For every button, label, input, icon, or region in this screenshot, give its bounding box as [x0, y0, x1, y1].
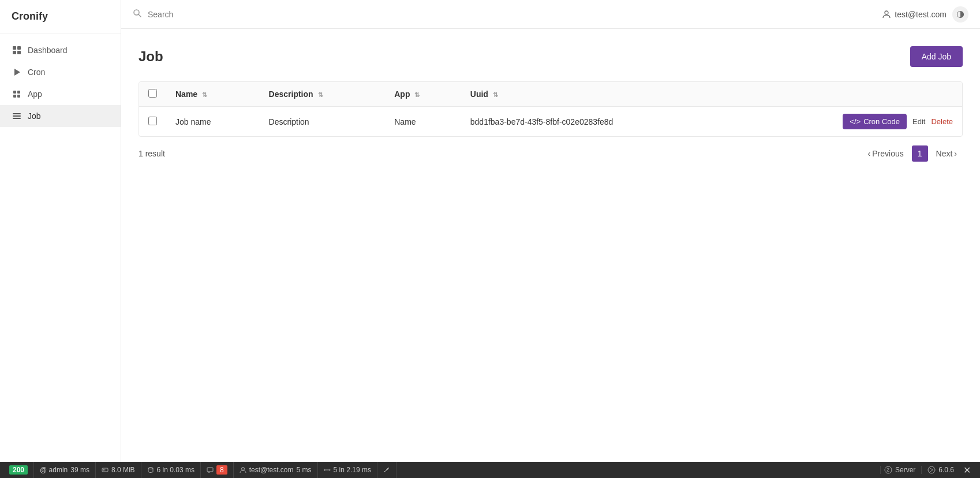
add-job-button[interactable]: Add Job — [910, 46, 963, 67]
sidebar-item-label: App — [28, 89, 42, 99]
delete-link[interactable]: Delete — [931, 117, 953, 126]
svg-rect-20 — [207, 468, 213, 472]
table-header-row: Name ⇅ Description ⇅ App ⇅ — [139, 82, 962, 107]
svg-rect-6 — [17, 91, 20, 94]
table-row: Job name Description Name bdd1fba3-be7d-… — [139, 107, 962, 137]
search-input[interactable] — [148, 10, 292, 19]
search-icon — [133, 9, 142, 20]
sort-app-icon[interactable]: ⇅ — [414, 91, 420, 99]
svg-rect-17 — [104, 469, 105, 470]
previous-button[interactable]: ‹ Previous — [862, 145, 910, 162]
sidebar-item-cron[interactable]: Cron — [0, 61, 121, 83]
version-segment[interactable]: 6.0.6 — [921, 466, 960, 474]
db-queries-segment[interactable]: 6 in 0.03 ms — [141, 462, 201, 478]
svg-rect-18 — [106, 469, 106, 470]
sidebar-nav: Dashboard Cron — [0, 33, 121, 133]
chevron-right-icon: › — [954, 149, 957, 158]
sidebar-item-app[interactable]: App — [0, 83, 121, 105]
svg-rect-11 — [13, 118, 21, 119]
messages-icon — [207, 466, 214, 473]
job-table: Name ⇅ Description ⇅ App ⇅ — [139, 82, 962, 136]
http-status-segment: 200 — [6, 462, 34, 478]
main-content: Job Add Job Name ⇅ — [121, 29, 980, 462]
svg-rect-7 — [13, 95, 16, 98]
header-checkbox-col — [139, 82, 166, 107]
user-segment[interactable]: test@test.com 5 ms — [234, 462, 318, 478]
col-actions — [740, 82, 962, 107]
server-queries-text: 5 in 2.19 ms — [334, 466, 371, 474]
user-email-text: test@test.com — [895, 10, 947, 19]
svg-point-14 — [885, 11, 888, 14]
svg-point-21 — [241, 468, 244, 470]
col-description: Description ⇅ — [260, 82, 386, 107]
next-button[interactable]: Next › — [930, 145, 963, 162]
svg-rect-0 — [13, 46, 16, 50]
sidebar-item-job[interactable]: Job — [0, 105, 121, 127]
admin-label: @ admin — [40, 466, 68, 474]
edit-link[interactable]: Edit — [912, 117, 925, 126]
pagination-row: 1 result ‹ Previous 1 Next › — [139, 145, 963, 162]
user-info: test@test.com — [882, 10, 947, 19]
page-header: Job Add Job — [139, 46, 963, 67]
theme-toggle-button[interactable] — [952, 6, 968, 23]
cell-description: Description — [260, 107, 386, 137]
svg-rect-9 — [13, 113, 21, 114]
cell-actions: </> Cron Code Edit Delete — [740, 107, 962, 137]
svg-rect-1 — [17, 46, 21, 50]
status-right: Server 6.0.6 ✕ — [880, 465, 974, 476]
messages-segment[interactable]: 8 — [201, 462, 234, 478]
sidebar-item-label: Cron — [28, 68, 45, 77]
job-icon — [12, 111, 22, 121]
cell-app: Name — [385, 107, 461, 137]
svg-rect-16 — [103, 469, 104, 470]
sort-uuid-icon[interactable]: ⇅ — [493, 91, 498, 99]
job-table-wrapper: Name ⇅ Description ⇅ App ⇅ — [139, 81, 963, 137]
svg-point-19 — [148, 468, 153, 469]
version-icon — [927, 466, 936, 474]
sort-desc-icon[interactable]: ⇅ — [318, 91, 323, 99]
cron-code-button[interactable]: </> Cron Code — [843, 114, 907, 129]
svg-rect-2 — [13, 51, 16, 54]
svg-rect-3 — [17, 51, 21, 54]
sidebar-item-label: Dashboard — [28, 46, 68, 55]
sidebar-item-dashboard[interactable]: Dashboard — [0, 39, 121, 61]
edit-icon-segment[interactable] — [377, 462, 397, 478]
server-queries-segment[interactable]: 5 in 2.19 ms — [318, 462, 377, 478]
svg-rect-5 — [13, 91, 16, 94]
status-user-email: test@test.com — [249, 466, 294, 474]
memory-text: 8.0 MiB — [111, 466, 135, 474]
version-text: 6.0.6 — [938, 466, 954, 474]
cron-icon — [12, 67, 22, 77]
svg-rect-8 — [17, 95, 20, 98]
sort-name-icon[interactable]: ⇅ — [202, 91, 207, 99]
row-checkbox[interactable] — [148, 117, 157, 125]
admin-segment[interactable]: @ admin 39 ms — [34, 462, 96, 478]
memory-segment[interactable]: 8.0 MiB — [96, 462, 141, 478]
symfony-icon — [884, 466, 892, 474]
symfony-segment[interactable]: Server — [880, 466, 921, 474]
col-uuid: Uuid ⇅ — [461, 82, 740, 107]
time-label: 39 ms — [70, 466, 89, 474]
http-code-badge: 200 — [9, 465, 28, 475]
messages-count: 8 — [216, 465, 227, 475]
table-body: Job name Description Name bdd1fba3-be7d-… — [139, 107, 962, 137]
svg-marker-4 — [14, 69, 20, 76]
page-1-button[interactable]: 1 — [912, 145, 928, 162]
col-name: Name ⇅ — [166, 82, 260, 107]
user-status-icon — [240, 466, 246, 473]
app-logo: Cronify — [0, 0, 121, 33]
page-title: Job — [139, 48, 163, 65]
status-close-button[interactable]: ✕ — [960, 465, 974, 476]
server-label: Server — [895, 466, 915, 474]
db-icon — [147, 466, 154, 473]
server-queries-icon — [324, 466, 331, 473]
select-all-checkbox[interactable] — [148, 89, 157, 98]
sidebar: Cronify Dashboard — [0, 0, 121, 462]
cell-name: Job name — [166, 107, 260, 137]
pagination: ‹ Previous 1 Next › — [862, 145, 963, 162]
svg-point-24 — [928, 466, 935, 473]
cell-uuid: bdd1fba3-be7d-43f5-8fbf-c02e0283fe8d — [461, 107, 740, 137]
code-icon: </> — [850, 117, 861, 126]
sidebar-item-label: Job — [28, 111, 41, 121]
memory-icon — [102, 466, 109, 473]
